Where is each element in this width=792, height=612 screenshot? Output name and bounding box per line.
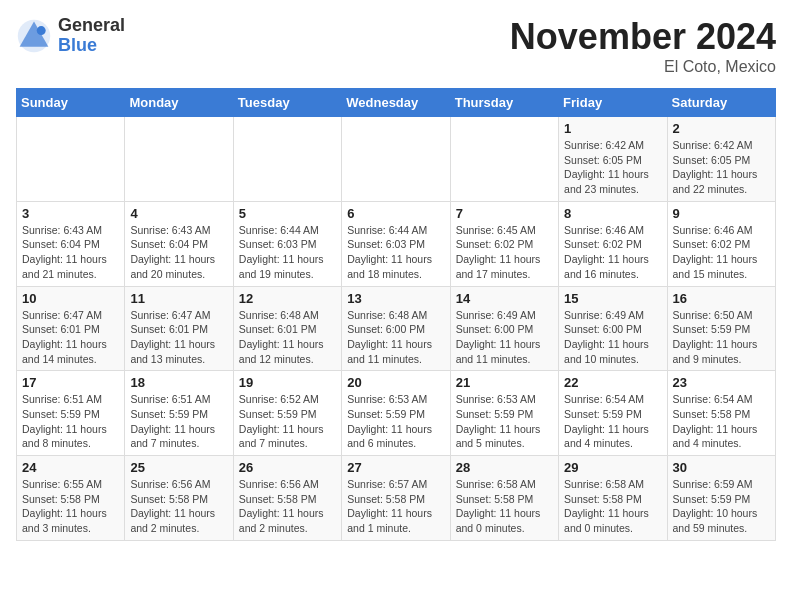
day-number: 25: [130, 460, 227, 475]
day-number: 5: [239, 206, 336, 221]
calendar-cell: 19Sunrise: 6:52 AM Sunset: 5:59 PM Dayli…: [233, 371, 341, 456]
calendar-cell: 6Sunrise: 6:44 AM Sunset: 6:03 PM Daylig…: [342, 201, 450, 286]
day-number: 18: [130, 375, 227, 390]
calendar-cell: [450, 117, 558, 202]
calendar-cell: 3Sunrise: 6:43 AM Sunset: 6:04 PM Daylig…: [17, 201, 125, 286]
calendar-cell: 21Sunrise: 6:53 AM Sunset: 5:59 PM Dayli…: [450, 371, 558, 456]
day-number: 3: [22, 206, 119, 221]
day-detail: Sunrise: 6:58 AM Sunset: 5:58 PM Dayligh…: [456, 477, 553, 536]
day-number: 11: [130, 291, 227, 306]
calendar-week-row: 3Sunrise: 6:43 AM Sunset: 6:04 PM Daylig…: [17, 201, 776, 286]
day-detail: Sunrise: 6:42 AM Sunset: 6:05 PM Dayligh…: [673, 138, 770, 197]
calendar-cell: 12Sunrise: 6:48 AM Sunset: 6:01 PM Dayli…: [233, 286, 341, 371]
day-number: 2: [673, 121, 770, 136]
day-number: 4: [130, 206, 227, 221]
day-number: 19: [239, 375, 336, 390]
calendar-cell: 25Sunrise: 6:56 AM Sunset: 5:58 PM Dayli…: [125, 456, 233, 541]
day-detail: Sunrise: 6:43 AM Sunset: 6:04 PM Dayligh…: [22, 223, 119, 282]
calendar-cell: 2Sunrise: 6:42 AM Sunset: 6:05 PM Daylig…: [667, 117, 775, 202]
day-number: 26: [239, 460, 336, 475]
day-number: 10: [22, 291, 119, 306]
calendar-cell: [17, 117, 125, 202]
calendar-week-row: 10Sunrise: 6:47 AM Sunset: 6:01 PM Dayli…: [17, 286, 776, 371]
calendar-cell: 8Sunrise: 6:46 AM Sunset: 6:02 PM Daylig…: [559, 201, 667, 286]
day-number: 20: [347, 375, 444, 390]
day-number: 28: [456, 460, 553, 475]
day-number: 16: [673, 291, 770, 306]
calendar-cell: 13Sunrise: 6:48 AM Sunset: 6:00 PM Dayli…: [342, 286, 450, 371]
day-detail: Sunrise: 6:52 AM Sunset: 5:59 PM Dayligh…: [239, 392, 336, 451]
day-detail: Sunrise: 6:57 AM Sunset: 5:58 PM Dayligh…: [347, 477, 444, 536]
day-number: 23: [673, 375, 770, 390]
calendar-cell: 26Sunrise: 6:56 AM Sunset: 5:58 PM Dayli…: [233, 456, 341, 541]
page-header: General Blue November 2024 El Coto, Mexi…: [16, 16, 776, 76]
weekday-header: Saturday: [667, 89, 775, 117]
day-detail: Sunrise: 6:51 AM Sunset: 5:59 PM Dayligh…: [22, 392, 119, 451]
day-detail: Sunrise: 6:56 AM Sunset: 5:58 PM Dayligh…: [239, 477, 336, 536]
logo-general-text: General: [58, 15, 125, 35]
day-detail: Sunrise: 6:54 AM Sunset: 5:58 PM Dayligh…: [673, 392, 770, 451]
day-detail: Sunrise: 6:53 AM Sunset: 5:59 PM Dayligh…: [456, 392, 553, 451]
calendar-cell: 27Sunrise: 6:57 AM Sunset: 5:58 PM Dayli…: [342, 456, 450, 541]
day-detail: Sunrise: 6:49 AM Sunset: 6:00 PM Dayligh…: [564, 308, 661, 367]
day-detail: Sunrise: 6:43 AM Sunset: 6:04 PM Dayligh…: [130, 223, 227, 282]
calendar-cell: 10Sunrise: 6:47 AM Sunset: 6:01 PM Dayli…: [17, 286, 125, 371]
day-number: 12: [239, 291, 336, 306]
day-number: 22: [564, 375, 661, 390]
day-number: 27: [347, 460, 444, 475]
calendar-cell: 24Sunrise: 6:55 AM Sunset: 5:58 PM Dayli…: [17, 456, 125, 541]
day-detail: Sunrise: 6:46 AM Sunset: 6:02 PM Dayligh…: [564, 223, 661, 282]
calendar-week-row: 17Sunrise: 6:51 AM Sunset: 5:59 PM Dayli…: [17, 371, 776, 456]
day-number: 29: [564, 460, 661, 475]
calendar-cell: 23Sunrise: 6:54 AM Sunset: 5:58 PM Dayli…: [667, 371, 775, 456]
day-detail: Sunrise: 6:44 AM Sunset: 6:03 PM Dayligh…: [239, 223, 336, 282]
weekday-header: Friday: [559, 89, 667, 117]
logo: General Blue: [16, 16, 125, 56]
day-detail: Sunrise: 6:54 AM Sunset: 5:59 PM Dayligh…: [564, 392, 661, 451]
calendar-header: SundayMondayTuesdayWednesdayThursdayFrid…: [17, 89, 776, 117]
calendar-cell: 9Sunrise: 6:46 AM Sunset: 6:02 PM Daylig…: [667, 201, 775, 286]
day-detail: Sunrise: 6:45 AM Sunset: 6:02 PM Dayligh…: [456, 223, 553, 282]
calendar-cell: 1Sunrise: 6:42 AM Sunset: 6:05 PM Daylig…: [559, 117, 667, 202]
day-number: 15: [564, 291, 661, 306]
calendar-cell: [342, 117, 450, 202]
day-number: 1: [564, 121, 661, 136]
day-detail: Sunrise: 6:51 AM Sunset: 5:59 PM Dayligh…: [130, 392, 227, 451]
weekday-header: Thursday: [450, 89, 558, 117]
day-number: 7: [456, 206, 553, 221]
day-detail: Sunrise: 6:46 AM Sunset: 6:02 PM Dayligh…: [673, 223, 770, 282]
location: El Coto, Mexico: [510, 58, 776, 76]
day-detail: Sunrise: 6:59 AM Sunset: 5:59 PM Dayligh…: [673, 477, 770, 536]
calendar-week-row: 1Sunrise: 6:42 AM Sunset: 6:05 PM Daylig…: [17, 117, 776, 202]
calendar-cell: [125, 117, 233, 202]
day-number: 17: [22, 375, 119, 390]
calendar-table: SundayMondayTuesdayWednesdayThursdayFrid…: [16, 88, 776, 541]
day-number: 13: [347, 291, 444, 306]
day-detail: Sunrise: 6:47 AM Sunset: 6:01 PM Dayligh…: [22, 308, 119, 367]
calendar-cell: 28Sunrise: 6:58 AM Sunset: 5:58 PM Dayli…: [450, 456, 558, 541]
calendar-cell: 22Sunrise: 6:54 AM Sunset: 5:59 PM Dayli…: [559, 371, 667, 456]
weekday-row: SundayMondayTuesdayWednesdayThursdayFrid…: [17, 89, 776, 117]
month-title: November 2024: [510, 16, 776, 58]
day-detail: Sunrise: 6:56 AM Sunset: 5:58 PM Dayligh…: [130, 477, 227, 536]
logo-blue-text: Blue: [58, 35, 97, 55]
calendar-cell: 29Sunrise: 6:58 AM Sunset: 5:58 PM Dayli…: [559, 456, 667, 541]
day-number: 9: [673, 206, 770, 221]
calendar-cell: 18Sunrise: 6:51 AM Sunset: 5:59 PM Dayli…: [125, 371, 233, 456]
logo-icon: [16, 18, 52, 54]
day-number: 30: [673, 460, 770, 475]
calendar-cell: 20Sunrise: 6:53 AM Sunset: 5:59 PM Dayli…: [342, 371, 450, 456]
day-number: 21: [456, 375, 553, 390]
day-detail: Sunrise: 6:58 AM Sunset: 5:58 PM Dayligh…: [564, 477, 661, 536]
calendar-week-row: 24Sunrise: 6:55 AM Sunset: 5:58 PM Dayli…: [17, 456, 776, 541]
svg-point-2: [37, 26, 46, 35]
day-detail: Sunrise: 6:44 AM Sunset: 6:03 PM Dayligh…: [347, 223, 444, 282]
day-detail: Sunrise: 6:49 AM Sunset: 6:00 PM Dayligh…: [456, 308, 553, 367]
title-block: November 2024 El Coto, Mexico: [510, 16, 776, 76]
calendar-cell: 30Sunrise: 6:59 AM Sunset: 5:59 PM Dayli…: [667, 456, 775, 541]
day-detail: Sunrise: 6:53 AM Sunset: 5:59 PM Dayligh…: [347, 392, 444, 451]
calendar-cell: 5Sunrise: 6:44 AM Sunset: 6:03 PM Daylig…: [233, 201, 341, 286]
day-detail: Sunrise: 6:48 AM Sunset: 6:01 PM Dayligh…: [239, 308, 336, 367]
calendar-cell: 14Sunrise: 6:49 AM Sunset: 6:00 PM Dayli…: [450, 286, 558, 371]
calendar-cell: [233, 117, 341, 202]
